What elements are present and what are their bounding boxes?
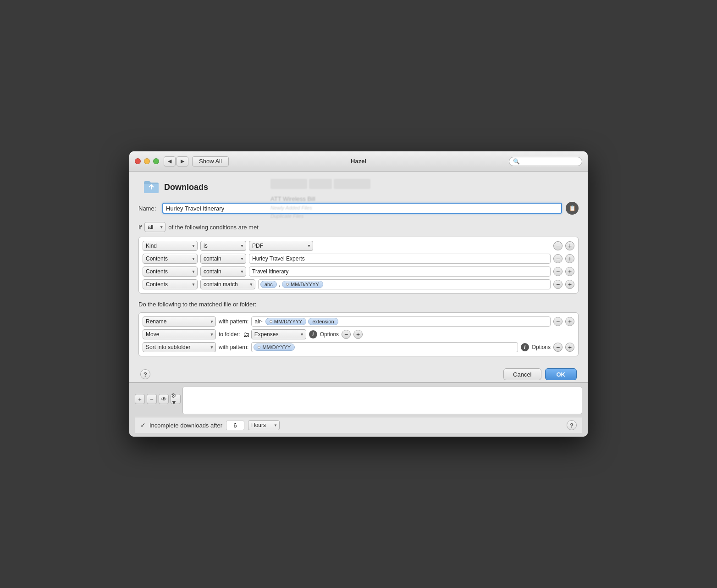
date-sort-token-label: MM/D/YYYY — [262, 344, 291, 350]
action-row: Sort into subfolder ▼ with pattern: MM/D… — [143, 342, 574, 352]
sort-pattern-field[interactable]: MM/D/YYYY — [251, 342, 518, 352]
action-3-minus-button[interactable]: − — [553, 343, 563, 352]
search-icon: 🔍 — [513, 158, 520, 165]
travel-itinerary-input[interactable] — [249, 266, 551, 277]
move-options-label[interactable]: Options — [320, 331, 339, 338]
contents-2-wrapper[interactable]: Contents ▼ — [143, 266, 198, 277]
contain-1-select[interactable]: contain — [200, 254, 246, 264]
kind-select[interactable]: Kind — [143, 241, 198, 251]
with-pattern-label-2: with pattern: — [219, 344, 248, 350]
contain-2-select[interactable]: contain — [200, 266, 246, 277]
maximize-button[interactable] — [153, 158, 159, 164]
action-2-minus-button[interactable]: − — [342, 330, 351, 339]
contents-1-select[interactable]: Contents — [143, 254, 198, 264]
move-select[interactable]: Move — [143, 329, 216, 339]
contain-1-wrapper[interactable]: contain ▼ — [200, 254, 246, 264]
condition-4-minus-button[interactable]: − — [553, 280, 563, 289]
traffic-lights — [135, 158, 159, 164]
action-row: Move ▼ to folder: 🗂 Expenses ▼ — [143, 329, 574, 339]
hurley-travel-input[interactable] — [249, 254, 551, 264]
pdf-select-wrapper[interactable]: PDF ▼ — [249, 241, 313, 251]
sort-options-label[interactable]: Options — [532, 344, 551, 350]
condition-2-plus-button[interactable]: + — [565, 254, 574, 263]
search-bar[interactable]: 🔍 — [509, 157, 582, 166]
extension-token[interactable]: extension — [308, 318, 338, 325]
folder-select-group: 🗂 Expenses ▼ — [243, 329, 306, 339]
conditions-header: If all any ▼ of the following conditions… — [138, 222, 579, 232]
contain-match-wrapper[interactable]: contain match ▼ — [200, 279, 255, 289]
forward-button[interactable]: ▶ — [176, 156, 188, 166]
if-label: If — [138, 224, 142, 231]
contain-match-select[interactable]: contain match — [200, 279, 255, 289]
pdf-select[interactable]: PDF — [249, 241, 313, 251]
contents-3-wrapper[interactable]: Contents ▼ — [143, 279, 198, 289]
name-row: Name: 📋 — [138, 202, 579, 215]
sort-select[interactable]: Sort into subfolder — [143, 342, 216, 352]
clipboard-button[interactable]: 📋 — [566, 202, 579, 215]
action-3-plus-button[interactable]: + — [565, 343, 574, 352]
minimize-button[interactable] — [144, 158, 150, 164]
incomplete-checkbox[interactable]: ✓ — [140, 422, 146, 429]
expenses-wrapper[interactable]: Expenses ▼ — [251, 329, 306, 339]
kind-select-wrapper[interactable]: Kind ▼ — [143, 241, 198, 251]
to-folder-label: to folder: — [219, 331, 240, 338]
help-button[interactable]: ? — [140, 369, 150, 379]
rules-list[interactable] — [182, 387, 582, 414]
condition-1-plus-button[interactable]: + — [565, 241, 574, 250]
token-dot-icon — [258, 346, 260, 349]
date-token-label: MM/D/YYYY — [291, 282, 319, 287]
cancel-button[interactable]: Cancel — [503, 368, 541, 380]
is-select[interactable]: is — [200, 241, 246, 251]
rename-select[interactable]: Rename — [143, 316, 216, 327]
move-info-button[interactable]: i — [309, 330, 317, 338]
action-1-minus-button[interactable]: − — [553, 317, 563, 326]
ok-button[interactable]: OK — [545, 368, 577, 380]
contents-1-wrapper[interactable]: Contents ▼ — [143, 254, 198, 264]
rename-pattern-field[interactable]: air- MM/D/YYYY extension — [251, 316, 551, 327]
preview-button[interactable]: 👁 — [159, 394, 169, 404]
hours-unit-select[interactable]: Hours Minutes Days — [248, 420, 280, 430]
token-dot-icon — [270, 320, 272, 323]
name-input[interactable] — [162, 203, 562, 214]
nav-buttons: ◀ ▶ — [164, 156, 188, 166]
hours-value-input[interactable] — [226, 421, 244, 430]
rename-wrapper[interactable]: Rename ▼ — [143, 316, 216, 327]
bottom-help-button[interactable]: ? — [567, 420, 577, 430]
condition-1-minus-button[interactable]: − — [553, 241, 563, 250]
actions-header: Do the following to the matched file or … — [138, 301, 579, 308]
is-select-wrapper[interactable]: is ▼ — [200, 241, 246, 251]
remove-rule-button[interactable]: − — [147, 394, 157, 404]
hours-unit-wrapper[interactable]: Hours Minutes Days ▼ — [248, 420, 280, 430]
token-field[interactable]: abc , MM/D/YYYY — [258, 279, 551, 289]
condition-3-minus-button[interactable]: − — [553, 267, 563, 276]
qualifier-select[interactable]: all any — [144, 222, 165, 232]
action-2-plus-button[interactable]: + — [353, 330, 363, 339]
date-rename-token[interactable]: MM/D/YYYY — [265, 318, 307, 325]
action-row: Rename ▼ with pattern: air- MM/D/YYYY ex… — [143, 316, 574, 327]
condition-row: Contents ▼ contain ▼ − + — [143, 254, 574, 264]
abc-token[interactable]: abc — [260, 281, 277, 288]
contents-2-select[interactable]: Contents — [143, 266, 198, 277]
condition-2-minus-button[interactable]: − — [553, 254, 563, 263]
comma-separator: , — [279, 281, 280, 288]
date-token[interactable]: MM/D/YYYY — [282, 281, 323, 288]
sort-wrapper[interactable]: Sort into subfolder ▼ — [143, 342, 216, 352]
date-sort-token[interactable]: MM/D/YYYY — [254, 344, 295, 351]
qualifier-wrapper[interactable]: all any ▼ — [144, 222, 165, 232]
expenses-select[interactable]: Expenses — [251, 329, 306, 339]
move-wrapper[interactable]: Move ▼ — [143, 329, 216, 339]
condition-4-plus-button[interactable]: + — [565, 280, 574, 289]
search-input[interactable] — [522, 158, 578, 165]
close-button[interactable] — [135, 158, 141, 164]
sort-info-button[interactable]: i — [521, 343, 529, 351]
incomplete-downloads-row: ✓ Incomplete downloads after Hours Minut… — [135, 417, 582, 433]
show-all-button[interactable]: Show All — [192, 156, 229, 166]
add-rule-button[interactable]: + — [135, 394, 145, 404]
settings-button[interactable]: ⚙ ▼ — [171, 394, 181, 404]
back-button[interactable]: ◀ — [164, 156, 176, 166]
action-1-plus-button[interactable]: + — [565, 317, 574, 326]
contain-2-wrapper[interactable]: contain ▼ — [200, 266, 246, 277]
condition-3-plus-button[interactable]: + — [565, 267, 574, 276]
contents-3-select[interactable]: Contents — [143, 279, 198, 289]
folder-header: Downloads — [143, 179, 579, 195]
